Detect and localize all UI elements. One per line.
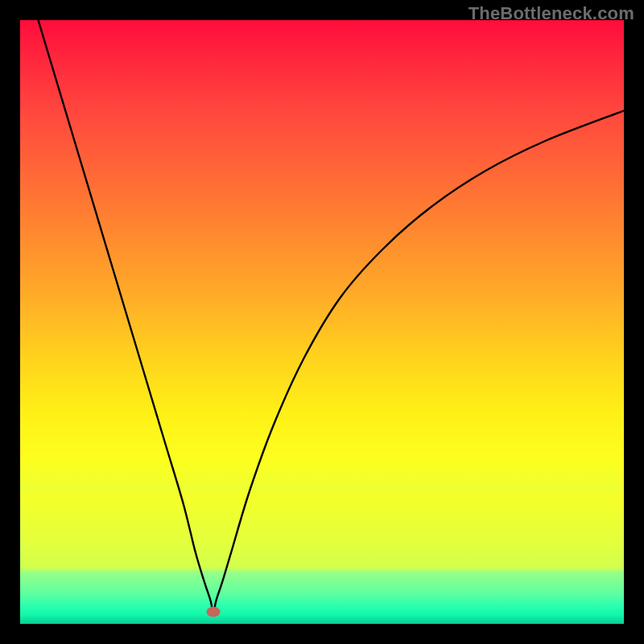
chart-frame: TheBottleneck.com xyxy=(0,0,644,644)
minimum-marker xyxy=(207,607,221,617)
bottleneck-curve xyxy=(39,20,625,612)
plot-area xyxy=(20,20,624,624)
curve-svg xyxy=(20,20,624,624)
